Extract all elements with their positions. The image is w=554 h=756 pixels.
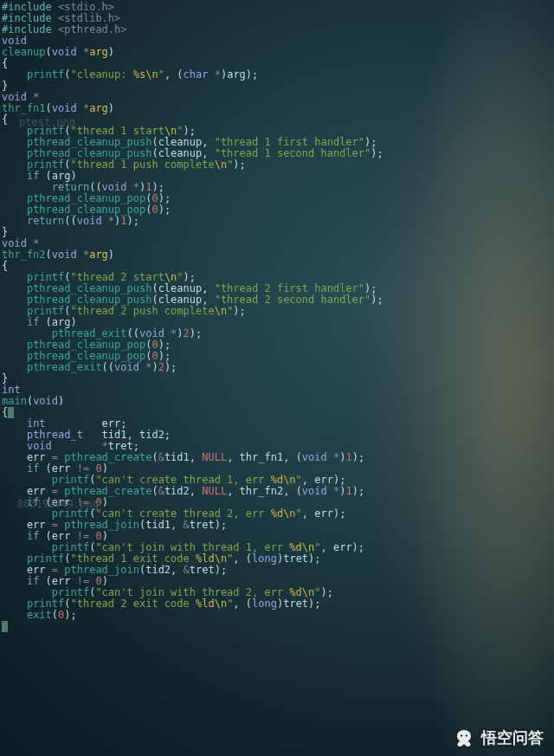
code-token: ) [151, 361, 158, 373]
code-token: * [102, 440, 108, 452]
code-token: " [177, 125, 183, 137]
code-token: & [184, 519, 190, 531]
code-token: ); [184, 125, 196, 137]
code-token: void [52, 46, 83, 58]
code-token: { [2, 57, 8, 69]
code-line: printf("thread 2 push complete\n"); [2, 306, 552, 317]
code-line: } [2, 81, 552, 92]
code-token: ); [64, 609, 76, 621]
code-token: ); [370, 147, 383, 159]
code-token: if [27, 462, 39, 475]
code-token: pthread_join [64, 519, 139, 531]
code-token: void [102, 181, 133, 193]
code-token: %s\n [133, 68, 158, 81]
code-token: (err [39, 530, 76, 542]
code-token: ) [102, 575, 108, 587]
code-token: ); [364, 282, 377, 294]
code-token: arg [89, 249, 108, 261]
code-token: void [52, 102, 83, 114]
code-token: printf [27, 552, 64, 565]
code-token: " [296, 474, 302, 486]
code-token: 0 [151, 339, 158, 351]
code-token: if [27, 170, 39, 182]
code-token: )arg); [221, 68, 258, 81]
code-token: pthread_cleanup_push [27, 147, 152, 159]
code-token: ) [108, 249, 114, 261]
code-token: void [33, 395, 58, 407]
code-token [2, 350, 27, 362]
code-token [2, 192, 27, 204]
code-token: , err); [302, 507, 346, 520]
code-token [2, 271, 27, 283]
code-token [2, 609, 27, 621]
code-token: ); [158, 350, 171, 362]
code-token: pthread_create [64, 485, 151, 497]
code-token: 0 [95, 462, 101, 475]
code-token: != [77, 575, 89, 587]
code-token: "thread 2 start [71, 271, 164, 283]
code-token: ); [158, 204, 171, 216]
code-token: (err [39, 462, 76, 475]
code-token: pthread_cleanup_push [27, 136, 152, 148]
code-token [2, 575, 27, 587]
code-token: ( [46, 102, 52, 114]
code-line: return((void *)1); [2, 216, 552, 227]
code-token: #include [2, 1, 58, 13]
code-token: pthread_create [64, 451, 151, 463]
code-token: 0 [95, 530, 101, 542]
code-token: 0 [151, 204, 158, 216]
code-token: tret); [190, 564, 227, 576]
code-token [2, 598, 27, 610]
code-token: ); [184, 271, 196, 283]
code-token: (arg) [39, 316, 76, 328]
code-token: %d\n [289, 586, 314, 598]
code-token: ); [352, 485, 364, 497]
code-token: ); [127, 215, 139, 227]
code-line: main(void) [2, 396, 552, 407]
code-token: err [2, 564, 52, 576]
code-token: <stdlib.h> [58, 12, 120, 24]
code-token [2, 282, 27, 294]
code-token: , ( [233, 552, 252, 565]
code-token: long [252, 552, 277, 565]
code-token: ( [64, 598, 70, 610]
code-token: pthread_cleanup_pop [27, 192, 145, 204]
code-token: & [158, 485, 164, 497]
code-token: tret); [190, 519, 227, 531]
code-token: \n [215, 158, 227, 171]
code-line: } [2, 373, 552, 384]
code-token: } [2, 226, 8, 238]
code-token: "can't create thread 1, err [95, 474, 270, 486]
code-token: "can't join with thread 2, err [95, 586, 289, 598]
code-token: "thread 2 second handler" [215, 294, 371, 306]
code-token: void [114, 361, 145, 373]
code-token: * [133, 181, 139, 193]
code-token: "thread 1 start [71, 125, 164, 137]
code-token: void [302, 451, 333, 463]
code-token: printf [52, 586, 89, 598]
code-token: = [52, 485, 58, 497]
code-token: NULL [202, 485, 227, 497]
code-token: ); [151, 181, 164, 193]
code-token: = [52, 451, 58, 463]
code-token: pthread_cleanup_pop [27, 339, 145, 351]
code-token: arg [89, 102, 108, 114]
code-token: printf [27, 158, 64, 171]
code-token: , err); [302, 474, 346, 486]
code-token: "can't create thread 2, err [95, 507, 270, 520]
code-token: %ld\n [196, 598, 227, 610]
code-token: tid2, [164, 485, 202, 497]
code-token [2, 181, 52, 193]
code-token: (tid1, [139, 519, 184, 531]
code-token: "thread 1 second handler" [215, 147, 371, 159]
code-token: #include [2, 23, 58, 36]
code-token [2, 552, 27, 565]
code-token: ( [46, 46, 52, 58]
code-token: %d\n [271, 507, 296, 520]
code-token: pthread_cleanup_pop [27, 204, 145, 216]
code-token: ); [164, 361, 177, 373]
code-token: } [2, 80, 8, 92]
code-token: " [177, 271, 183, 283]
code-token: "thread 2 exit code [71, 598, 196, 610]
code-token [2, 339, 27, 351]
